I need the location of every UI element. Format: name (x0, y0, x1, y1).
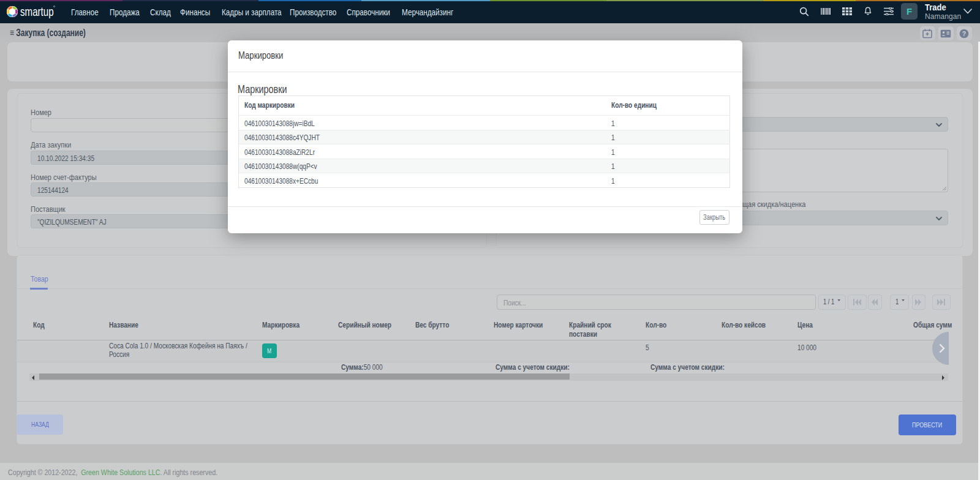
svg-text:?: ? (962, 30, 966, 37)
